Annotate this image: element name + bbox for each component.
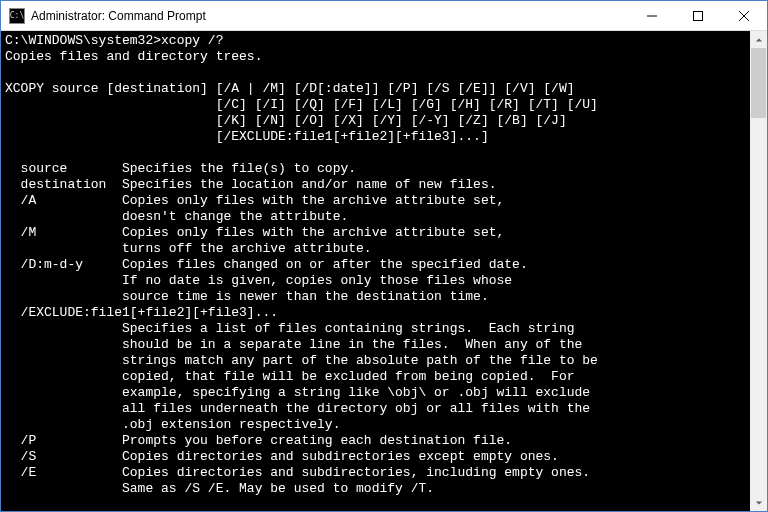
output-line: all files underneath the directory obj o… (5, 401, 590, 416)
scroll-thumb[interactable] (751, 48, 766, 118)
output-line: [/K] [/N] [/O] [/X] [/Y] [/-Y] [/Z] [/B]… (5, 113, 567, 128)
output-line: destination Specifies the location and/o… (5, 177, 496, 192)
output-line: /E Copies directories and subdirectories… (5, 465, 590, 480)
minimize-button[interactable] (629, 1, 675, 30)
output-line: .obj extension respectively. (5, 417, 340, 432)
output-line: /P Prompts you before creating each dest… (5, 433, 512, 448)
terminal-area: C:\WINDOWS\system32>xcopy /? Copies file… (1, 31, 767, 511)
output-line: Copies files and directory trees. (5, 49, 262, 64)
maximize-button[interactable] (675, 1, 721, 30)
output-line: /EXCLUDE:file1[+file2][+file3]... (5, 305, 278, 320)
close-button[interactable] (721, 1, 767, 30)
terminal[interactable]: C:\WINDOWS\system32>xcopy /? Copies file… (1, 31, 750, 511)
scrollbar[interactable] (750, 31, 767, 511)
output-line: should be in a separate line in the file… (5, 337, 582, 352)
titlebar: C:\ Administrator: Command Prompt (1, 1, 767, 31)
output-line: /S Copies directories and subdirectories… (5, 449, 559, 464)
output-line: source Specifies the file(s) to copy. (5, 161, 356, 176)
output-line: example, specifying a string like \obj\ … (5, 385, 590, 400)
output-line: /D:m-d-y Copies files changed on or afte… (5, 257, 528, 272)
output-line: /M Copies only files with the archive at… (5, 225, 504, 240)
cmd-icon: C:\ (9, 8, 25, 24)
prompt-text: C:\WINDOWS\system32> (5, 33, 161, 48)
output-line: Same as /S /E. May be used to modify /T. (5, 481, 434, 496)
command-text: xcopy /? (161, 33, 223, 48)
output-line: Specifies a list of files containing str… (5, 321, 575, 336)
window-title: Administrator: Command Prompt (31, 9, 629, 23)
output-line: source time is newer than the destinatio… (5, 289, 489, 304)
output-line: turns off the archive attribute. (5, 241, 372, 256)
output-line: strings match any part of the absolute p… (5, 353, 598, 368)
output-line: [/C] [/I] [/Q] [/F] [/L] [/G] [/H] [/R] … (5, 97, 598, 112)
scroll-down-button[interactable] (750, 494, 767, 511)
output-line: /A Copies only files with the archive at… (5, 193, 504, 208)
output-line: If no date is given, copies only those f… (5, 273, 512, 288)
output-line: [/EXCLUDE:file1[+file2][+file3]...] (5, 129, 489, 144)
output-line: doesn't change the attribute. (5, 209, 348, 224)
window-controls (629, 1, 767, 30)
output-line: copied, that file will be excluded from … (5, 369, 575, 384)
scroll-up-button[interactable] (750, 31, 767, 48)
output-line: XCOPY source [destination] [/A | /M] [/D… (5, 81, 575, 96)
svg-rect-1 (694, 11, 703, 20)
